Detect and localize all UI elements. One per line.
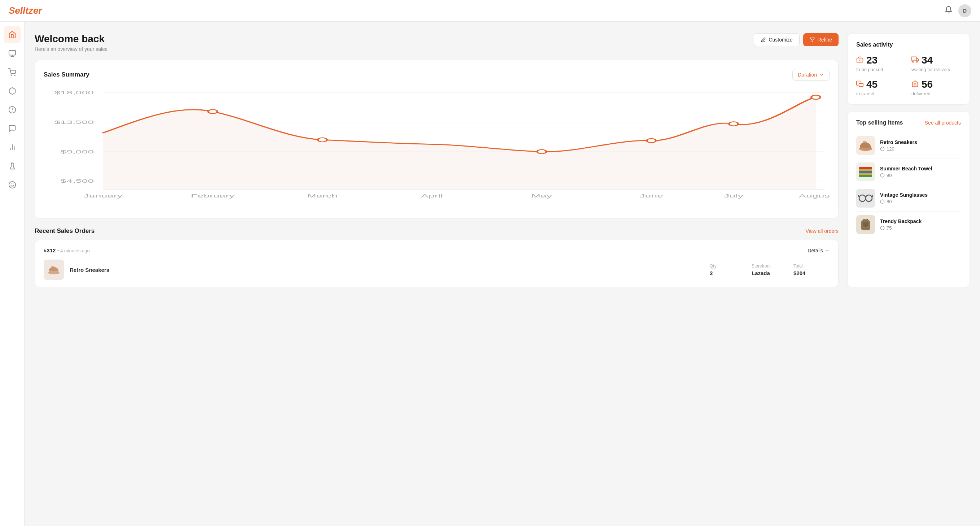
delivered-label: delivered bbox=[912, 91, 961, 96]
svg-text:April: April bbox=[421, 193, 443, 199]
svg-point-46 bbox=[916, 61, 918, 62]
svg-rect-55 bbox=[859, 171, 872, 173]
main-content: Welcome back Here's an overview of your … bbox=[24, 22, 980, 299]
sidebar-item-analytics[interactable] bbox=[3, 139, 21, 156]
sidebar-item-lab[interactable] bbox=[3, 158, 21, 175]
activity-grid: 23 to be packed 34 waiting for delivery bbox=[856, 54, 961, 96]
delivery-label: waiting for delivery bbox=[912, 67, 961, 72]
product-qty-1: 90 bbox=[880, 172, 961, 178]
orders-title: Recent Sales Orders bbox=[35, 228, 94, 235]
svg-point-28 bbox=[647, 139, 655, 143]
logo: Selltzer bbox=[9, 5, 42, 16]
svg-text:January: January bbox=[84, 193, 123, 199]
svg-rect-56 bbox=[859, 175, 872, 177]
right-column: Sales activity 23 to be packed bbox=[847, 33, 970, 287]
delivery-count: 34 bbox=[921, 54, 933, 66]
delivered-count: 56 bbox=[921, 79, 933, 90]
order-time: • 4 minutes ago bbox=[57, 248, 90, 253]
svg-rect-54 bbox=[859, 167, 872, 169]
product-info-1: Summer Beach Towel 90 bbox=[880, 166, 961, 178]
svg-point-64 bbox=[865, 225, 867, 227]
orders-section-header: Recent Sales Orders View all orders bbox=[35, 228, 838, 235]
refine-button[interactable]: Refine bbox=[803, 33, 838, 46]
customize-button[interactable]: Customize bbox=[754, 33, 799, 46]
product-item-3: Trendy Backpack 75 bbox=[856, 212, 961, 237]
product-qty-3: 75 bbox=[880, 225, 961, 231]
activity-waiting-delivery: 34 waiting for delivery bbox=[912, 54, 961, 72]
product-name-3: Trendy Backpack bbox=[880, 218, 961, 224]
order-storefront-col: Storefront Lazada bbox=[752, 263, 788, 276]
svg-point-26 bbox=[318, 138, 327, 142]
svg-marker-15 bbox=[810, 38, 815, 41]
activity-title: Sales activity bbox=[856, 41, 961, 48]
svg-rect-43 bbox=[912, 57, 916, 61]
order-details-link[interactable]: Details → bbox=[808, 248, 829, 253]
topselling-header: Top selling items See all products bbox=[856, 120, 961, 126]
page-subtitle: Here's an overview of your sales bbox=[35, 46, 108, 52]
order-card: #312 • 4 minutes ago Details → Retro Sne… bbox=[35, 240, 838, 287]
chart-svg: $18,000 $13,500 $9,000 $4,500 bbox=[44, 87, 829, 210]
activity-in-transit: 45 in transit bbox=[856, 79, 906, 96]
duration-label: Duration bbox=[798, 72, 817, 78]
pack-icon bbox=[856, 56, 864, 65]
sales-chart: $18,000 $13,500 $9,000 $4,500 bbox=[44, 87, 829, 210]
left-column: Welcome back Here's an overview of your … bbox=[35, 33, 838, 287]
activity-delivered: 56 delivered bbox=[912, 79, 961, 96]
storefront-value: Lazada bbox=[752, 270, 788, 276]
svg-text:$13,500: $13,500 bbox=[54, 120, 94, 125]
svg-text:May: May bbox=[531, 193, 552, 199]
sales-summary-card: Sales Summary Duration $18,000 $13,500 $… bbox=[35, 60, 838, 219]
product-info-2: Vintage Sunglasses 80 bbox=[880, 192, 961, 204]
delivered-icon bbox=[912, 80, 919, 89]
sidebar-item-finance[interactable] bbox=[3, 101, 21, 118]
svg-text:February: February bbox=[191, 193, 235, 199]
product-name-2: Vintage Sunglasses bbox=[880, 192, 961, 198]
pack-count: 23 bbox=[866, 54, 878, 66]
order-item-name: Retro Sneakers bbox=[70, 267, 704, 273]
transit-count: 45 bbox=[866, 79, 878, 90]
order-item-image bbox=[44, 260, 64, 280]
customize-label: Customize bbox=[768, 37, 792, 43]
sidebar-item-home[interactable] bbox=[3, 26, 21, 43]
order-id-row: #312 • 4 minutes ago bbox=[44, 247, 90, 254]
avatar[interactable]: D bbox=[958, 4, 971, 18]
svg-text:June: June bbox=[640, 193, 663, 199]
duration-button[interactable]: Duration bbox=[792, 69, 829, 81]
see-all-products-link[interactable]: See all products bbox=[925, 120, 961, 126]
svg-point-4 bbox=[14, 75, 15, 75]
page-header: Welcome back Here's an overview of your … bbox=[35, 33, 838, 52]
transit-label: in transit bbox=[856, 91, 906, 96]
sidebar-item-settings[interactable] bbox=[3, 176, 21, 193]
svg-marker-44 bbox=[916, 59, 918, 61]
order-id: #312 bbox=[44, 247, 56, 253]
sidebar-item-inventory[interactable] bbox=[3, 45, 21, 62]
svg-point-30 bbox=[811, 95, 820, 99]
topnav: Selltzer D bbox=[0, 0, 980, 22]
delivery-icon bbox=[912, 56, 919, 65]
product-qty-0: 120 bbox=[880, 146, 961, 151]
product-item-2: Vintage Sunglasses 80 bbox=[856, 185, 961, 212]
total-label: Total bbox=[794, 263, 829, 269]
page-title: Welcome back bbox=[35, 33, 108, 45]
top-selling-card: Top selling items See all products Retro… bbox=[847, 111, 970, 287]
notifications-button[interactable] bbox=[945, 6, 953, 16]
order-item: Retro Sneakers Qty 2 Storefront Lazada T… bbox=[44, 260, 829, 280]
view-all-orders-link[interactable]: View all orders bbox=[805, 228, 838, 234]
activity-delivered-row: 56 bbox=[912, 79, 961, 90]
sidebar-item-products[interactable] bbox=[3, 82, 21, 100]
product-thumb-3 bbox=[856, 215, 875, 234]
order-header: #312 • 4 minutes ago Details → bbox=[44, 247, 829, 254]
product-thumb-1 bbox=[856, 163, 875, 181]
total-value: $204 bbox=[794, 270, 829, 276]
product-name-1: Summer Beach Towel bbox=[880, 166, 961, 172]
sidebar-item-orders[interactable] bbox=[3, 64, 21, 81]
activity-pack-row: 23 bbox=[856, 54, 906, 66]
product-thumb-2 bbox=[856, 189, 875, 207]
svg-text:$9,000: $9,000 bbox=[60, 149, 94, 154]
topselling-title: Top selling items bbox=[856, 120, 903, 126]
svg-text:August: August bbox=[799, 193, 829, 199]
svg-text:July: July bbox=[724, 193, 743, 199]
svg-text:$4,500: $4,500 bbox=[60, 179, 94, 184]
sales-summary-title: Sales Summary bbox=[44, 71, 89, 78]
sidebar-item-messages[interactable] bbox=[3, 120, 21, 137]
